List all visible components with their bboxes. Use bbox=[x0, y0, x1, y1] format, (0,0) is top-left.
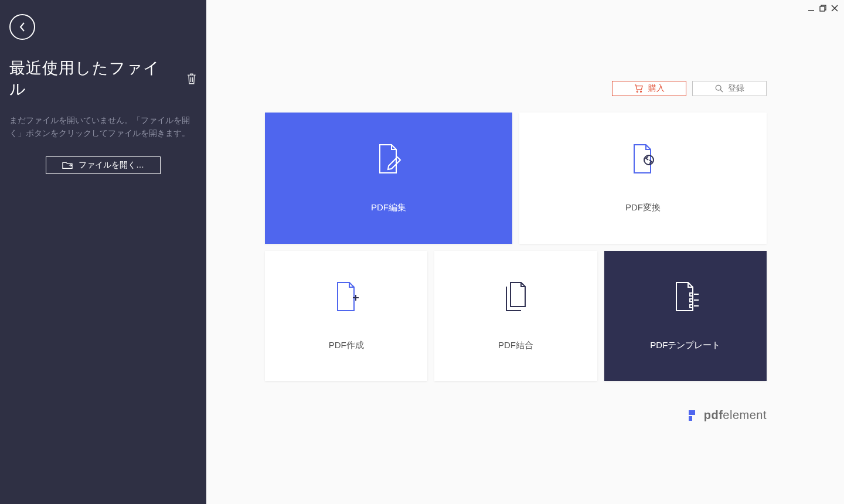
pdf-template-card[interactable]: PDFテンプレート bbox=[604, 251, 767, 381]
svg-rect-6 bbox=[690, 305, 693, 308]
branding: pdfelement bbox=[689, 408, 767, 422]
brand-text: pdfelement bbox=[704, 408, 767, 422]
pdf-template-label: PDFテンプレート bbox=[650, 340, 720, 351]
file-edit-icon bbox=[374, 144, 403, 174]
magnifier-icon bbox=[715, 84, 723, 93]
maximize-button[interactable] bbox=[818, 4, 828, 13]
cards-grid: PDF編集 PDF変換 PDF作成 PDF結合 PDFテンプ bbox=[206, 96, 844, 381]
trash-icon[interactable] bbox=[186, 72, 197, 85]
brand-prefix: pdf bbox=[704, 408, 723, 421]
svg-rect-8 bbox=[689, 416, 692, 421]
main: 購入 登録 PDF編集 PDF変換 PDF作 bbox=[206, 0, 844, 504]
pdf-create-label: PDF作成 bbox=[329, 340, 364, 351]
pdf-convert-card[interactable]: PDF変換 bbox=[519, 113, 767, 244]
sidebar-title: 最近使用したファイル bbox=[9, 57, 173, 100]
pdf-combine-label: PDF結合 bbox=[498, 340, 533, 351]
pdf-convert-label: PDF変換 bbox=[625, 202, 661, 213]
cards-row-1: PDF編集 PDF変換 bbox=[265, 113, 767, 244]
folder-arrow-icon bbox=[62, 161, 73, 170]
open-file-label: ファイルを開く… bbox=[79, 160, 144, 171]
cards-row-2: PDF作成 PDF結合 PDFテンプレート bbox=[265, 251, 767, 381]
brand-suffix: element bbox=[723, 408, 767, 421]
svg-rect-5 bbox=[690, 299, 693, 302]
buy-button[interactable]: 購入 bbox=[612, 81, 686, 96]
minimize-icon bbox=[808, 5, 815, 12]
file-template-icon bbox=[671, 281, 700, 312]
brand-logo-icon bbox=[689, 410, 699, 421]
file-combine-icon bbox=[501, 281, 530, 312]
window-controls bbox=[806, 4, 839, 13]
pdf-create-card[interactable]: PDF作成 bbox=[265, 251, 427, 381]
file-plus-icon bbox=[332, 281, 361, 312]
minimize-button[interactable] bbox=[806, 4, 816, 13]
sidebar-title-row: 最近使用したファイル bbox=[9, 57, 197, 100]
pdf-edit-card[interactable]: PDF編集 bbox=[265, 113, 512, 244]
cart-icon bbox=[634, 84, 644, 93]
register-label: 登録 bbox=[728, 83, 744, 94]
svg-rect-0 bbox=[820, 6, 825, 11]
app-root: 最近使用したファイル まだファイルを開いていません。「ファイルを開く」ボタンをク… bbox=[0, 0, 844, 504]
svg-rect-4 bbox=[690, 293, 693, 296]
top-buttons: 購入 登録 bbox=[206, 0, 844, 96]
svg-point-1 bbox=[637, 91, 638, 92]
close-button[interactable] bbox=[830, 4, 839, 13]
file-convert-icon bbox=[628, 144, 658, 174]
close-icon bbox=[831, 5, 838, 12]
maximize-icon bbox=[819, 5, 826, 12]
svg-rect-7 bbox=[689, 410, 695, 415]
sidebar-message: まだファイルを開いていません。「ファイルを開く」ボタンをクリックしてファイルを開… bbox=[9, 114, 197, 140]
svg-point-2 bbox=[640, 91, 641, 92]
back-button[interactable] bbox=[9, 14, 35, 40]
sidebar: 最近使用したファイル まだファイルを開いていません。「ファイルを開く」ボタンをク… bbox=[0, 0, 206, 504]
pdf-combine-card[interactable]: PDF結合 bbox=[434, 251, 597, 381]
open-file-button[interactable]: ファイルを開く… bbox=[46, 156, 161, 174]
chevron-left-icon bbox=[18, 21, 26, 33]
buy-label: 購入 bbox=[648, 83, 665, 94]
pdf-edit-label: PDF編集 bbox=[371, 202, 406, 213]
register-button[interactable]: 登録 bbox=[692, 81, 767, 96]
